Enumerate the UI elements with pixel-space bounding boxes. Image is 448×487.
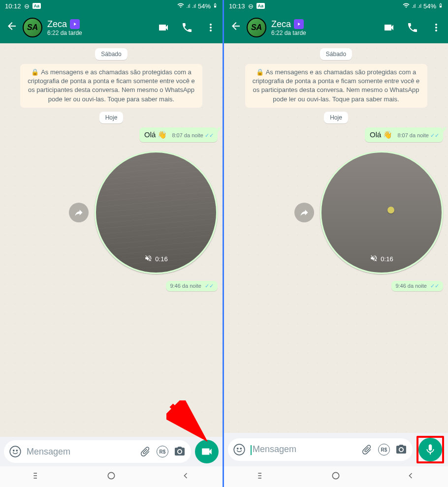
- chat-header: SA Zeca 6:22 da tarde: [0, 12, 223, 43]
- date-chip: Hoje: [99, 112, 124, 123]
- svg-point-11: [240, 448, 241, 449]
- message-time: 8:07 da noite: [172, 132, 203, 138]
- contact-subtitle: 6:22 da tarde: [271, 30, 378, 36]
- date-chip: Sábado: [95, 48, 127, 60]
- status-icon: Aa: [32, 3, 41, 9]
- nav-bar: [0, 466, 223, 487]
- video-message[interactable]: 0:16: [95, 151, 218, 274]
- encryption-notice[interactable]: 🔒As mensagens e as chamadas são protegid…: [245, 64, 427, 108]
- video-call-button[interactable]: [383, 22, 395, 33]
- nav-back[interactable]: [181, 471, 191, 483]
- attach-button[interactable]: [139, 445, 152, 458]
- message-bubble[interactable]: Olá👋 8:07 da noite✓✓: [365, 127, 443, 142]
- video-duration-text: 0:16: [381, 255, 393, 263]
- input-placeholder: Mensagem: [27, 447, 134, 457]
- date-chip: Sábado: [320, 48, 352, 60]
- message-text: Olá: [370, 130, 381, 139]
- read-check-icon: ✓✓: [430, 283, 439, 289]
- wifi-icon: [403, 2, 410, 10]
- signal-icon: .ıl: [192, 3, 196, 9]
- svg-point-4: [16, 450, 17, 451]
- voice-call-button[interactable]: [407, 22, 418, 33]
- battery-text: 54%: [423, 2, 436, 10]
- message-time-bubble: 9:46 da noite ✓✓: [166, 281, 218, 291]
- message-bubble[interactable]: Olá👋 8:07 da noite✓✓: [139, 127, 218, 142]
- nav-recents[interactable]: [256, 471, 266, 483]
- emoji-button[interactable]: [233, 443, 246, 456]
- battery-text: 54%: [198, 2, 211, 10]
- read-check-icon: ✓✓: [430, 132, 439, 139]
- video-call-button[interactable]: [158, 22, 169, 33]
- video-duration-text: 0:16: [155, 255, 167, 263]
- highlight-box: [416, 436, 444, 463]
- input-bar: Mensagem R$: [0, 437, 223, 466]
- encryption-notice[interactable]: 🔒As mensagens e as chamadas são protegid…: [20, 64, 202, 108]
- date-chip: Hoje: [324, 112, 348, 123]
- video-record-button[interactable]: [195, 440, 219, 463]
- nav-recents[interactable]: [32, 471, 42, 483]
- emoji-button[interactable]: [9, 445, 22, 458]
- svg-point-10: [237, 448, 238, 449]
- battery-icon: [213, 2, 218, 10]
- wifi-icon: [177, 2, 184, 10]
- status-icon: ⊖: [24, 2, 30, 10]
- chat-body[interactable]: Sábado 🔒As mensagens e as chamadas são p…: [0, 43, 223, 437]
- signal-icon: .ıl: [186, 3, 190, 9]
- video-time-text: 9:46 da noite: [170, 283, 201, 289]
- payment-button[interactable]: R$: [157, 446, 168, 457]
- contact-info[interactable]: Zeca 6:22 da tarde: [271, 19, 378, 36]
- status-icon: Aa: [256, 3, 265, 9]
- wave-emoji: 👋: [158, 130, 167, 139]
- forward-button[interactable]: [69, 203, 89, 222]
- contact-name-text: Zeca: [47, 19, 67, 30]
- contact-name-text: Zeca: [271, 19, 291, 30]
- contact-avatar[interactable]: SA: [23, 18, 42, 37]
- camera-button[interactable]: [395, 443, 408, 456]
- more-menu-button[interactable]: [205, 22, 217, 33]
- svg-point-15: [333, 472, 339, 479]
- contact-subtitle: 6:22 da tarde: [47, 30, 153, 36]
- camera-button[interactable]: [173, 445, 186, 458]
- read-check-icon: ✓✓: [205, 132, 214, 139]
- play-badge-icon: [70, 19, 80, 29]
- input-placeholder: Mensagem: [251, 444, 355, 455]
- nav-back[interactable]: [406, 471, 416, 483]
- voice-call-button[interactable]: [181, 22, 193, 33]
- text-cursor: [251, 445, 252, 455]
- status-icon: ⊖: [248, 2, 254, 10]
- message-text: Olá: [144, 130, 156, 139]
- message-time: 8:07 da noite: [397, 132, 429, 138]
- status-bar: 10:13 ⊖ Aa .ıl .ıl 54%: [224, 0, 448, 12]
- svg-point-9: [234, 444, 245, 455]
- contact-avatar[interactable]: SA: [247, 18, 266, 37]
- nav-home[interactable]: [106, 471, 116, 483]
- more-menu-button[interactable]: [430, 22, 442, 33]
- message-input-field[interactable]: Mensagem R$: [4, 440, 191, 463]
- read-check-icon: ✓✓: [205, 283, 214, 289]
- voice-record-button[interactable]: [418, 438, 442, 461]
- message-input-field[interactable]: Mensagem R$: [228, 438, 413, 461]
- svg-point-2: [10, 446, 21, 457]
- play-badge-icon: [294, 19, 304, 29]
- input-bar: Mensagem R$: [224, 433, 448, 466]
- svg-point-8: [108, 472, 114, 479]
- muted-icon: [144, 254, 152, 264]
- signal-icon: .ıl: [417, 3, 421, 9]
- payment-button[interactable]: R$: [378, 444, 390, 456]
- signal-icon: .ıl: [412, 3, 416, 9]
- svg-point-3: [13, 450, 14, 451]
- lock-icon: 🔒: [256, 68, 264, 77]
- attach-button[interactable]: [360, 443, 373, 456]
- video-message[interactable]: 0:16: [320, 151, 443, 274]
- status-time: 10:12: [5, 2, 21, 10]
- forward-button[interactable]: [294, 203, 314, 222]
- contact-info[interactable]: Zeca 6:22 da tarde: [47, 19, 153, 36]
- back-button[interactable]: [6, 20, 18, 35]
- message-time-bubble: 9:46 da noite ✓✓: [391, 281, 443, 291]
- chat-body[interactable]: Sábado 🔒As mensagens e as chamadas são p…: [224, 43, 448, 433]
- wave-emoji: 👋: [383, 130, 392, 139]
- muted-icon: [370, 254, 378, 264]
- nav-home[interactable]: [331, 471, 341, 483]
- lock-icon: 🔒: [31, 68, 39, 77]
- back-button[interactable]: [230, 20, 242, 35]
